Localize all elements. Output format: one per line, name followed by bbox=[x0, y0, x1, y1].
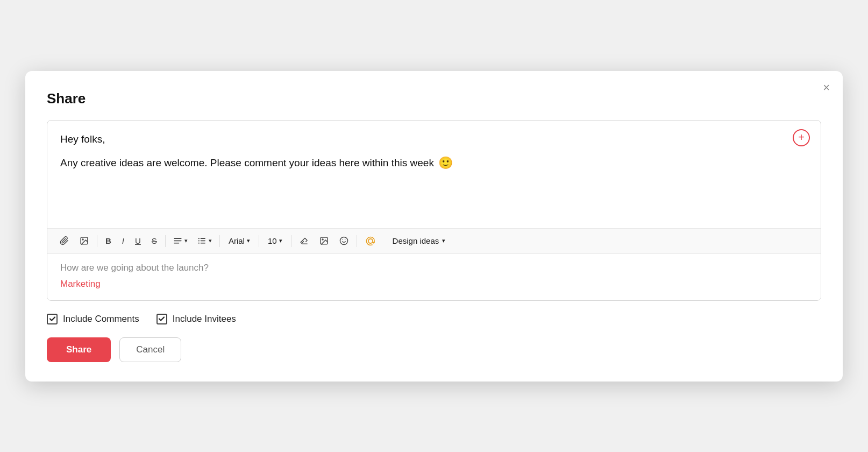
plus-icon: + bbox=[798, 131, 805, 144]
editor-content[interactable]: + Hey folks, Any creative ideas are welc… bbox=[47, 121, 821, 228]
divider-5 bbox=[291, 235, 291, 247]
include-invitees-checkbox[interactable] bbox=[156, 314, 167, 324]
include-invitees-label[interactable]: Include Invitees bbox=[156, 314, 236, 324]
eraser-button[interactable] bbox=[296, 234, 312, 248]
checkmark-comments-icon bbox=[49, 315, 56, 322]
font-family-value: Arial bbox=[229, 236, 245, 245]
svg-point-9 bbox=[198, 240, 200, 241]
font-size-dropdown[interactable]: 10 ▾ bbox=[264, 234, 287, 248]
strikethrough-button[interactable]: S bbox=[148, 234, 161, 248]
divider-3 bbox=[219, 235, 220, 247]
include-comments-text: Include Comments bbox=[63, 314, 139, 324]
insert-image-button[interactable] bbox=[316, 234, 332, 248]
insert-image-icon bbox=[319, 236, 329, 245]
italic-button[interactable]: I bbox=[118, 234, 128, 248]
checkmark-invitees-icon bbox=[158, 315, 165, 322]
font-family-chevron: ▾ bbox=[247, 237, 250, 244]
align-icon bbox=[173, 236, 182, 245]
divider-1 bbox=[97, 235, 97, 247]
image-button[interactable] bbox=[76, 234, 93, 248]
share-dialog: × Share + Hey folks, Any creative ideas … bbox=[25, 71, 843, 382]
image-icon bbox=[80, 236, 89, 245]
thread-comment-text: How are we going about the launch? bbox=[60, 263, 808, 273]
svg-point-10 bbox=[198, 243, 200, 244]
list-icon bbox=[197, 236, 207, 245]
svg-point-12 bbox=[322, 239, 323, 240]
editor-line1: Hey folks, bbox=[60, 133, 808, 145]
editor-container: + Hey folks, Any creative ideas are welc… bbox=[47, 120, 821, 301]
divider-4 bbox=[259, 235, 259, 247]
formatting-toolbar: B I U S ▾ bbox=[47, 228, 821, 253]
svg-point-13 bbox=[340, 237, 347, 244]
topic-value: Design ideas bbox=[393, 236, 439, 245]
share-button[interactable]: Share bbox=[47, 337, 111, 362]
attach-button[interactable] bbox=[56, 234, 73, 248]
svg-point-8 bbox=[198, 238, 200, 239]
editor-line2: Any creative ideas are welcome. Please c… bbox=[60, 156, 808, 170]
bold-button[interactable]: B bbox=[102, 234, 115, 248]
cancel-button[interactable]: Cancel bbox=[119, 337, 181, 362]
include-invitees-text: Include Invitees bbox=[173, 314, 236, 324]
eraser-icon bbox=[300, 236, 309, 245]
align-dropdown[interactable]: ▾ bbox=[170, 234, 191, 248]
emoji-button[interactable] bbox=[336, 234, 352, 248]
font-size-value: 10 bbox=[268, 236, 277, 245]
list-chevron: ▾ bbox=[209, 237, 212, 244]
underline-button[interactable]: U bbox=[131, 234, 145, 248]
font-family-dropdown[interactable]: Arial ▾ bbox=[224, 234, 254, 248]
close-button[interactable]: × bbox=[823, 82, 830, 94]
dialog-title: Share bbox=[47, 90, 821, 107]
topic-chevron: ▾ bbox=[442, 237, 445, 244]
mention-button[interactable] bbox=[361, 233, 380, 249]
svg-point-1 bbox=[82, 239, 83, 240]
options-row: Include Comments Include Invitees bbox=[47, 314, 821, 324]
emoji-icon bbox=[339, 236, 348, 245]
add-button[interactable]: + bbox=[793, 129, 810, 146]
align-chevron: ▾ bbox=[184, 237, 188, 244]
include-comments-checkbox[interactable] bbox=[47, 314, 58, 324]
mention-icon bbox=[365, 236, 376, 246]
font-size-chevron: ▾ bbox=[279, 237, 282, 244]
editor-line2-text: Any creative ideas are welcome. Please c… bbox=[60, 157, 434, 169]
divider-6 bbox=[357, 235, 357, 247]
topic-dropdown[interactable]: Design ideas ▾ bbox=[387, 234, 451, 248]
include-comments-label[interactable]: Include Comments bbox=[47, 314, 139, 324]
action-buttons: Share Cancel bbox=[47, 337, 821, 362]
smiley-emoji: 🙂 bbox=[438, 156, 453, 170]
thread-preview: How are we going about the launch? Marke… bbox=[47, 253, 821, 300]
thread-tag: Marketing bbox=[60, 279, 808, 289]
paperclip-icon bbox=[60, 236, 69, 245]
divider-2 bbox=[165, 235, 166, 247]
list-dropdown[interactable]: ▾ bbox=[194, 234, 215, 248]
